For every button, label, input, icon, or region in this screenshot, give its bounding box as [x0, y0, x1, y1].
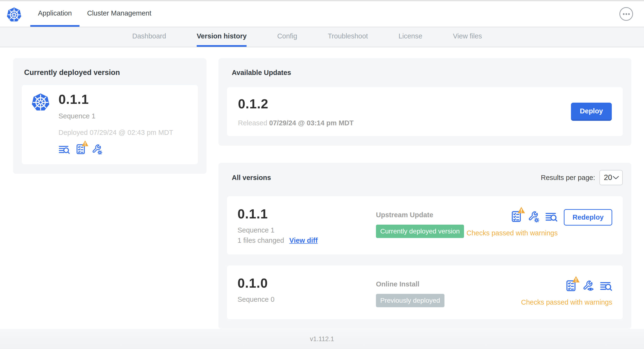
available-updates-card: Available Updates 0.1.2 Released 07/29/2… — [218, 58, 631, 146]
tab-label: Troubleshoot — [328, 32, 368, 40]
row-sequence: Sequence 0 — [238, 296, 376, 304]
edit-config-icon[interactable] — [528, 210, 540, 222]
header-spacer — [159, 1, 620, 27]
kubernetes-app-icon — [31, 93, 50, 112]
header-tab-label: Cluster Management — [87, 9, 151, 17]
header-tab-label: Application — [38, 9, 72, 17]
app-subnav: Dashboard Version history Config Trouble… — [0, 27, 644, 47]
tab-label: Version history — [197, 32, 247, 40]
kubernetes-logo-icon — [6, 7, 22, 22]
tab-view-files[interactable]: View files — [453, 27, 482, 47]
tab-dashboard[interactable]: Dashboard — [132, 27, 166, 47]
checks-status-text[interactable]: Checks passed with warnings — [466, 229, 558, 237]
header-tab-cluster-management[interactable]: Cluster Management — [80, 1, 159, 27]
status-badge: Currently deployed version — [376, 225, 464, 238]
app-header: Application Cluster Management — [0, 1, 644, 27]
view-config-icon[interactable] — [582, 280, 594, 292]
redeploy-button[interactable]: Redeploy — [564, 209, 612, 226]
currently-deployed-version-panel: 0.1.1 Sequence 1 Deployed 07/29/24 @ 02:… — [22, 85, 198, 164]
view-diff-link[interactable]: View diff — [289, 236, 318, 244]
header-tab-application[interactable]: Application — [30, 1, 80, 27]
version-source: Online Install — [376, 280, 521, 288]
deploy-button[interactable]: Deploy — [571, 103, 612, 121]
results-per-page-select[interactable]: 20 — [599, 170, 623, 185]
tab-version-history[interactable]: Version history — [197, 27, 247, 47]
status-badge: Previously deployed — [376, 294, 444, 307]
update-version-number: 0.1.2 — [238, 96, 354, 112]
version-row-0-1-0: 0.1.0 Sequence 0 Online Install Previous… — [227, 266, 623, 319]
preflight-checks-warning-icon[interactable] — [511, 210, 522, 222]
chevron-down-icon — [613, 176, 619, 180]
version-source: Upstream Update — [376, 211, 466, 219]
warning-triangle-icon — [572, 276, 580, 283]
warning-triangle-icon — [82, 140, 88, 146]
checks-status-text[interactable]: Checks passed with warnings — [521, 298, 612, 306]
all-versions-title: All versions — [232, 174, 271, 182]
tab-label: View files — [453, 32, 482, 40]
released-label: Released — [238, 119, 267, 127]
results-per-page-label: Results per page: — [541, 174, 595, 182]
warning-triangle-icon — [518, 207, 525, 214]
right-column: Available Updates 0.1.2 Released 07/29/2… — [218, 58, 631, 329]
tab-label: Dashboard — [132, 32, 166, 40]
update-released-line: Released 07/29/24 @ 03:14 pm MDT — [238, 119, 354, 127]
update-row: 0.1.2 Released 07/29/24 @ 03:14 pm MDT D… — [227, 87, 623, 136]
currently-deployed-title: Currently deployed version — [24, 68, 198, 77]
row-version-number: 0.1.1 — [238, 206, 376, 222]
edit-config-icon[interactable] — [92, 144, 102, 155]
tab-troubleshoot[interactable]: Troubleshoot — [328, 27, 368, 47]
row-sequence: Sequence 1 — [238, 226, 376, 234]
currently-deployed-card: Currently deployed version 0.1.1 Sequenc… — [13, 58, 206, 174]
deployed-version-number: 0.1.1 — [58, 92, 173, 107]
results-per-page-value: 20 — [604, 173, 612, 182]
tab-license[interactable]: License — [398, 27, 422, 47]
version-row-0-1-1: 0.1.1 Sequence 1 1 files changed View di… — [227, 196, 623, 254]
tab-label: License — [398, 32, 422, 40]
deployed-sequence: Sequence 1 — [58, 112, 173, 120]
app-footer: v1.112.1 — [0, 329, 644, 349]
released-date: 07/29/24 @ 03:14 pm MDT — [269, 119, 354, 127]
row-version-number: 0.1.0 — [238, 276, 376, 291]
preflight-checks-warning-icon[interactable] — [76, 144, 86, 155]
preflight-checks-warning-icon[interactable] — [566, 280, 576, 292]
logs-icon[interactable] — [58, 145, 70, 155]
logs-icon[interactable] — [545, 212, 558, 222]
console-version: v1.112.1 — [310, 336, 334, 343]
main-content: Currently deployed version 0.1.1 Sequenc… — [0, 47, 644, 329]
tab-label: Config — [277, 32, 297, 40]
tab-config[interactable]: Config — [277, 27, 297, 47]
ellipsis-menu-icon[interactable] — [620, 7, 633, 21]
available-updates-title: Available Updates — [232, 69, 623, 77]
logs-icon[interactable] — [600, 281, 612, 292]
deployed-timestamp: Deployed 07/29/24 @ 02:43 pm MDT — [58, 129, 173, 136]
files-changed-text: 1 files changed — [238, 236, 284, 244]
all-versions-card: All versions Results per page: 20 0.1.1 … — [218, 163, 631, 329]
